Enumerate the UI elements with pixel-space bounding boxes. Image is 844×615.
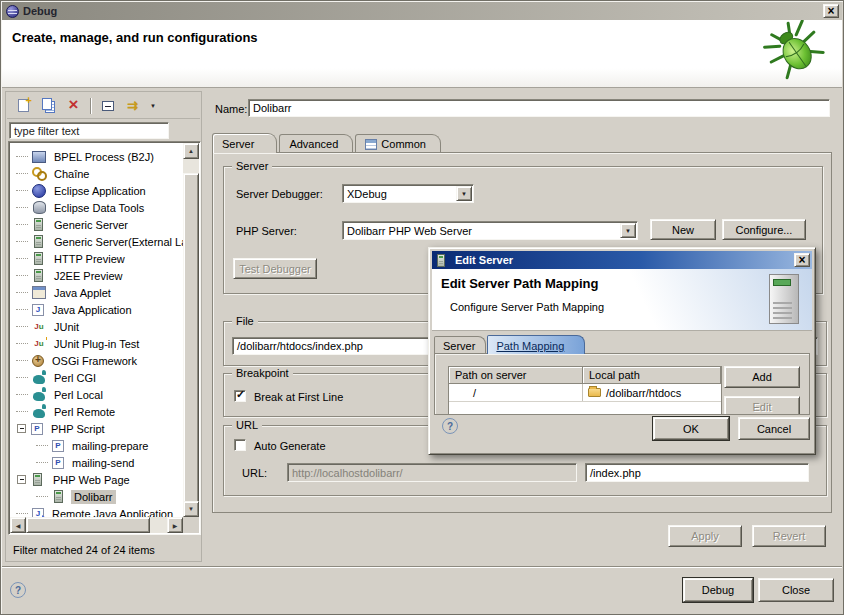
- scrollbar-corner: [183, 517, 199, 533]
- tree-item-label: JUnit Plug-in Test: [51, 337, 142, 351]
- tree-item-cha-ne[interactable]: Chaîne: [10, 165, 183, 182]
- tree-item-label: Perl CGI: [51, 371, 99, 385]
- auto-generate-checkbox[interactable]: [234, 439, 246, 451]
- osgi-icon: [32, 355, 44, 367]
- help-icon[interactable]: [10, 582, 26, 598]
- collapse-toggle-icon[interactable]: [17, 424, 26, 433]
- tree-item-junit[interactable]: JUnit: [10, 318, 183, 335]
- tree-connector: [36, 445, 48, 446]
- title-bar: Debug: [2, 2, 842, 20]
- tree-horizontal-scrollbar[interactable]: [10, 517, 183, 533]
- tree-item-mailing-prepare[interactable]: mailing-prepare: [10, 437, 183, 454]
- dialog-tabs: Server Path Mapping: [434, 334, 586, 353]
- tree-item-label: Perl Remote: [51, 405, 118, 419]
- path-mapping-row[interactable]: //dolibarr/htdocs: [449, 384, 721, 402]
- tree-item-php-web-page[interactable]: PHP Web Page: [10, 471, 183, 488]
- filter-options-icon[interactable]: [124, 97, 141, 114]
- junit-plugin-icon: [32, 337, 46, 350]
- new-server-button[interactable]: New: [650, 219, 716, 240]
- name-input[interactable]: Dolibarr: [248, 99, 830, 117]
- php-server-select[interactable]: Dolibarr PHP Web Server: [342, 221, 638, 240]
- collapse-all-icon[interactable]: [99, 97, 116, 114]
- tree-vertical-scrollbar[interactable]: [183, 143, 199, 517]
- tree-connector: [16, 411, 28, 412]
- tree-item-generic-server-external-la[interactable]: Generic Server(External La: [10, 233, 183, 250]
- tree-item-eclipse-application[interactable]: Eclipse Application: [10, 182, 183, 199]
- tree-item-perl-local[interactable]: Perl Local: [10, 386, 183, 403]
- tree-item-java-applet[interactable]: Java Applet: [10, 284, 183, 301]
- php-server-label: PHP Server:: [236, 225, 297, 237]
- tree-item-remote-java-application[interactable]: Remote Java Application: [10, 505, 183, 517]
- tree-connector: [16, 394, 28, 395]
- tree-item-http-preview[interactable]: HTTP Preview: [10, 250, 183, 267]
- ok-button[interactable]: OK: [653, 417, 729, 440]
- scroll-left-icon[interactable]: [10, 517, 26, 533]
- tab-common[interactable]: Common: [355, 134, 441, 152]
- tree-item-j2ee-preview[interactable]: J2EE Preview: [10, 267, 183, 284]
- tree-item-java-application[interactable]: Java Application: [10, 301, 183, 318]
- path-mapping-tab-content: Path on server Local path //dolibarr/htd…: [434, 353, 810, 415]
- tab-server-settings[interactable]: Server: [434, 336, 486, 353]
- cell-path-on-server: /: [449, 384, 583, 401]
- tree-item-perl-remote[interactable]: Perl Remote: [10, 403, 183, 420]
- debug-bug-icon: [758, 20, 834, 84]
- scroll-right-icon[interactable]: [167, 517, 183, 533]
- tree-connector: [16, 156, 28, 157]
- delete-configuration-icon[interactable]: [65, 97, 82, 114]
- tree-item-eclipse-data-tools[interactable]: Eclipse Data Tools: [10, 199, 183, 216]
- break-at-first-line-checkbox[interactable]: [234, 390, 246, 402]
- url-path-input[interactable]: /index.php: [585, 463, 809, 482]
- configure-server-button[interactable]: Configure...: [722, 219, 806, 240]
- folder-icon: [588, 388, 601, 397]
- close-window-icon[interactable]: [823, 4, 839, 18]
- tree-connector: [16, 207, 28, 208]
- tab-server[interactable]: Server: [212, 133, 277, 153]
- perl-icon: [32, 405, 46, 418]
- tree-item-mailing-send[interactable]: mailing-send: [10, 454, 183, 471]
- vertical-scroll-thumb[interactable]: [183, 173, 199, 503]
- tree-item-label: Generic Server(External La: [51, 235, 183, 249]
- horizontal-scroll-thumb[interactable]: [26, 517, 150, 533]
- new-configuration-icon[interactable]: [15, 97, 32, 114]
- tree-item-php-script[interactable]: PHP Script: [10, 420, 183, 437]
- php-icon: [31, 423, 43, 435]
- dropdown-arrow-icon[interactable]: [456, 186, 472, 201]
- tree-item-label: BPEL Process (B2J): [51, 150, 157, 164]
- tree-item-osgi-framework[interactable]: OSGi Framework: [10, 352, 183, 369]
- tree-item-label: mailing-send: [69, 456, 137, 470]
- dialog-help-icon[interactable]: [442, 418, 458, 434]
- close-button[interactable]: Close: [758, 578, 834, 602]
- column-header-local-path[interactable]: Local path: [583, 367, 721, 384]
- tree-item-generic-server[interactable]: Generic Server: [10, 216, 183, 233]
- server-icon: [435, 254, 445, 267]
- collapse-toggle-icon[interactable]: [17, 475, 26, 484]
- dropdown-arrow-icon[interactable]: [620, 223, 636, 238]
- tree-item-junit-plug-in-test[interactable]: JUnit Plug-in Test: [10, 335, 183, 352]
- tab-advanced[interactable]: Advanced: [279, 134, 353, 152]
- tree-connector: [16, 224, 28, 225]
- tab-path-mapping[interactable]: Path Mapping: [487, 335, 585, 354]
- break-at-first-line-label: Break at First Line: [254, 391, 343, 403]
- tree-item-perl-cgi[interactable]: Perl CGI: [10, 369, 183, 386]
- filter-input[interactable]: type filter text: [9, 122, 169, 139]
- dialog-banner: Edit Server Path Mapping Configure Serve…: [432, 269, 812, 331]
- config-tree: BPEL Process (B2J)ChaîneEclipse Applicat…: [10, 143, 183, 517]
- scroll-up-icon[interactable]: [183, 143, 199, 159]
- tree-item-dolibarr[interactable]: Dolibarr: [10, 488, 183, 505]
- scroll-down-icon[interactable]: [183, 501, 199, 517]
- add-mapping-button[interactable]: Add: [724, 366, 800, 388]
- apply-button: Apply: [668, 525, 742, 547]
- dialog-close-icon[interactable]: [794, 253, 810, 267]
- common-tab-icon: [365, 139, 377, 150]
- column-header-path-on-server[interactable]: Path on server: [449, 367, 583, 384]
- tree-item-label: Dolibarr: [71, 490, 116, 504]
- tree-item-bpel-process-b2j[interactable]: BPEL Process (B2J): [10, 148, 183, 165]
- filter-dropdown-caret-icon[interactable]: [149, 97, 157, 114]
- server-debugger-select[interactable]: XDebug: [342, 184, 474, 203]
- debug-button[interactable]: Debug: [683, 578, 753, 602]
- filter-status-text: Filter matched 24 of 24 items: [13, 544, 155, 556]
- url-group-label: URL: [232, 419, 262, 431]
- cancel-button[interactable]: Cancel: [738, 417, 810, 440]
- duplicate-configuration-icon[interactable]: [40, 97, 57, 114]
- file-group-label: File: [232, 315, 258, 327]
